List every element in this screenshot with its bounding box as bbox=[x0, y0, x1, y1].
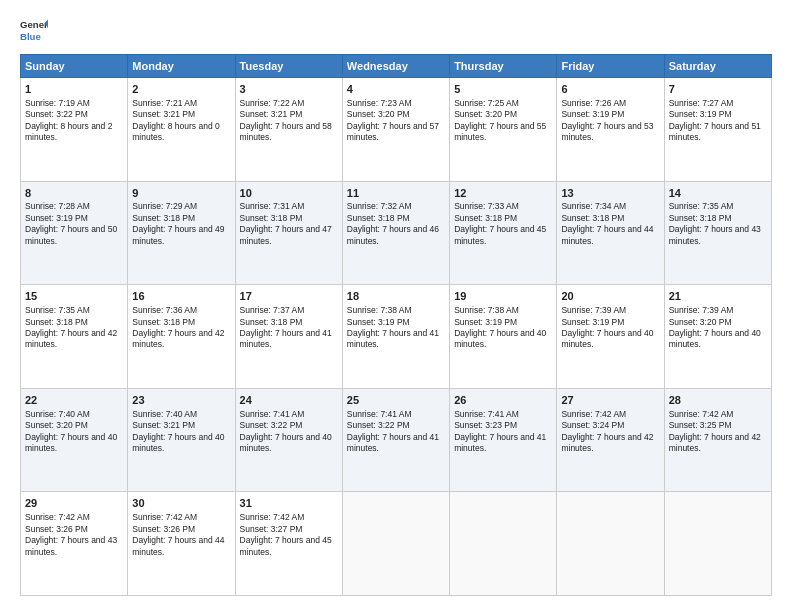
sunset-text: Sunset: 3:20 PM bbox=[25, 420, 88, 430]
daylight-text: Daylight: 7 hours and 42 minutes. bbox=[561, 432, 653, 453]
daylight-text: Daylight: 7 hours and 43 minutes. bbox=[669, 224, 761, 245]
daylight-text: Daylight: 7 hours and 45 minutes. bbox=[454, 224, 546, 245]
calendar-cell: 20Sunrise: 7:39 AMSunset: 3:19 PMDayligh… bbox=[557, 285, 664, 389]
sunrise-text: Sunrise: 7:31 AM bbox=[240, 201, 305, 211]
day-number: 24 bbox=[240, 393, 338, 408]
sunrise-text: Sunrise: 7:36 AM bbox=[132, 305, 197, 315]
day-number: 18 bbox=[347, 289, 445, 304]
weekday-header-cell: Sunday bbox=[21, 55, 128, 78]
calendar-cell: 28Sunrise: 7:42 AMSunset: 3:25 PMDayligh… bbox=[664, 388, 771, 492]
sunset-text: Sunset: 3:18 PM bbox=[240, 317, 303, 327]
sunrise-text: Sunrise: 7:26 AM bbox=[561, 98, 626, 108]
daylight-text: Daylight: 7 hours and 40 minutes. bbox=[25, 432, 117, 453]
sunset-text: Sunset: 3:19 PM bbox=[25, 213, 88, 223]
sunrise-text: Sunrise: 7:42 AM bbox=[132, 512, 197, 522]
calendar-table: SundayMondayTuesdayWednesdayThursdayFrid… bbox=[20, 54, 772, 596]
daylight-text: Daylight: 7 hours and 58 minutes. bbox=[240, 121, 332, 142]
day-number: 25 bbox=[347, 393, 445, 408]
sunrise-text: Sunrise: 7:21 AM bbox=[132, 98, 197, 108]
calendar-week-row: 29Sunrise: 7:42 AMSunset: 3:26 PMDayligh… bbox=[21, 492, 772, 596]
day-number: 23 bbox=[132, 393, 230, 408]
daylight-text: Daylight: 7 hours and 47 minutes. bbox=[240, 224, 332, 245]
calendar-cell: 25Sunrise: 7:41 AMSunset: 3:22 PMDayligh… bbox=[342, 388, 449, 492]
calendar-body: 1Sunrise: 7:19 AMSunset: 3:22 PMDaylight… bbox=[21, 78, 772, 596]
calendar-cell: 9Sunrise: 7:29 AMSunset: 3:18 PMDaylight… bbox=[128, 181, 235, 285]
calendar-cell bbox=[450, 492, 557, 596]
sunset-text: Sunset: 3:25 PM bbox=[669, 420, 732, 430]
calendar-cell: 2Sunrise: 7:21 AMSunset: 3:21 PMDaylight… bbox=[128, 78, 235, 182]
calendar-week-row: 8Sunrise: 7:28 AMSunset: 3:19 PMDaylight… bbox=[21, 181, 772, 285]
sunrise-text: Sunrise: 7:23 AM bbox=[347, 98, 412, 108]
day-number: 10 bbox=[240, 186, 338, 201]
sunrise-text: Sunrise: 7:42 AM bbox=[669, 409, 734, 419]
sunset-text: Sunset: 3:18 PM bbox=[132, 317, 195, 327]
sunrise-text: Sunrise: 7:39 AM bbox=[561, 305, 626, 315]
calendar-cell bbox=[557, 492, 664, 596]
calendar-cell: 13Sunrise: 7:34 AMSunset: 3:18 PMDayligh… bbox=[557, 181, 664, 285]
weekday-header-row: SundayMondayTuesdayWednesdayThursdayFrid… bbox=[21, 55, 772, 78]
svg-text:Blue: Blue bbox=[20, 31, 41, 42]
day-number: 26 bbox=[454, 393, 552, 408]
calendar-cell: 18Sunrise: 7:38 AMSunset: 3:19 PMDayligh… bbox=[342, 285, 449, 389]
sunrise-text: Sunrise: 7:42 AM bbox=[561, 409, 626, 419]
daylight-text: Daylight: 8 hours and 0 minutes. bbox=[132, 121, 219, 142]
sunset-text: Sunset: 3:21 PM bbox=[132, 420, 195, 430]
sunset-text: Sunset: 3:19 PM bbox=[347, 317, 410, 327]
daylight-text: Daylight: 7 hours and 50 minutes. bbox=[25, 224, 117, 245]
calendar-cell: 16Sunrise: 7:36 AMSunset: 3:18 PMDayligh… bbox=[128, 285, 235, 389]
calendar-cell bbox=[664, 492, 771, 596]
calendar-cell: 24Sunrise: 7:41 AMSunset: 3:22 PMDayligh… bbox=[235, 388, 342, 492]
calendar-cell: 26Sunrise: 7:41 AMSunset: 3:23 PMDayligh… bbox=[450, 388, 557, 492]
sunrise-text: Sunrise: 7:42 AM bbox=[240, 512, 305, 522]
weekday-header-cell: Friday bbox=[557, 55, 664, 78]
weekday-header-cell: Saturday bbox=[664, 55, 771, 78]
daylight-text: Daylight: 7 hours and 43 minutes. bbox=[25, 535, 117, 556]
calendar-cell: 10Sunrise: 7:31 AMSunset: 3:18 PMDayligh… bbox=[235, 181, 342, 285]
sunrise-text: Sunrise: 7:28 AM bbox=[25, 201, 90, 211]
day-number: 8 bbox=[25, 186, 123, 201]
sunset-text: Sunset: 3:23 PM bbox=[454, 420, 517, 430]
weekday-header-cell: Wednesday bbox=[342, 55, 449, 78]
weekday-header-cell: Thursday bbox=[450, 55, 557, 78]
day-number: 29 bbox=[25, 496, 123, 511]
day-number: 20 bbox=[561, 289, 659, 304]
header: General Blue bbox=[20, 16, 772, 44]
daylight-text: Daylight: 7 hours and 41 minutes. bbox=[454, 432, 546, 453]
daylight-text: Daylight: 7 hours and 45 minutes. bbox=[240, 535, 332, 556]
day-number: 2 bbox=[132, 82, 230, 97]
sunrise-text: Sunrise: 7:29 AM bbox=[132, 201, 197, 211]
calendar-cell: 8Sunrise: 7:28 AMSunset: 3:19 PMDaylight… bbox=[21, 181, 128, 285]
weekday-header-cell: Monday bbox=[128, 55, 235, 78]
sunrise-text: Sunrise: 7:19 AM bbox=[25, 98, 90, 108]
day-number: 16 bbox=[132, 289, 230, 304]
sunrise-text: Sunrise: 7:22 AM bbox=[240, 98, 305, 108]
calendar-cell: 19Sunrise: 7:38 AMSunset: 3:19 PMDayligh… bbox=[450, 285, 557, 389]
day-number: 30 bbox=[132, 496, 230, 511]
daylight-text: Daylight: 7 hours and 44 minutes. bbox=[561, 224, 653, 245]
day-number: 22 bbox=[25, 393, 123, 408]
sunset-text: Sunset: 3:20 PM bbox=[454, 109, 517, 119]
calendar-cell: 1Sunrise: 7:19 AMSunset: 3:22 PMDaylight… bbox=[21, 78, 128, 182]
sunset-text: Sunset: 3:22 PM bbox=[240, 420, 303, 430]
calendar-cell: 29Sunrise: 7:42 AMSunset: 3:26 PMDayligh… bbox=[21, 492, 128, 596]
sunrise-text: Sunrise: 7:35 AM bbox=[669, 201, 734, 211]
sunrise-text: Sunrise: 7:37 AM bbox=[240, 305, 305, 315]
calendar-cell: 22Sunrise: 7:40 AMSunset: 3:20 PMDayligh… bbox=[21, 388, 128, 492]
day-number: 14 bbox=[669, 186, 767, 201]
calendar-cell: 27Sunrise: 7:42 AMSunset: 3:24 PMDayligh… bbox=[557, 388, 664, 492]
calendar-cell bbox=[342, 492, 449, 596]
sunrise-text: Sunrise: 7:33 AM bbox=[454, 201, 519, 211]
day-number: 12 bbox=[454, 186, 552, 201]
calendar-week-row: 15Sunrise: 7:35 AMSunset: 3:18 PMDayligh… bbox=[21, 285, 772, 389]
sunrise-text: Sunrise: 7:38 AM bbox=[347, 305, 412, 315]
sunset-text: Sunset: 3:20 PM bbox=[669, 317, 732, 327]
daylight-text: Daylight: 7 hours and 46 minutes. bbox=[347, 224, 439, 245]
sunset-text: Sunset: 3:18 PM bbox=[240, 213, 303, 223]
sunrise-text: Sunrise: 7:32 AM bbox=[347, 201, 412, 211]
calendar-cell: 15Sunrise: 7:35 AMSunset: 3:18 PMDayligh… bbox=[21, 285, 128, 389]
daylight-text: Daylight: 7 hours and 40 minutes. bbox=[561, 328, 653, 349]
day-number: 1 bbox=[25, 82, 123, 97]
day-number: 3 bbox=[240, 82, 338, 97]
day-number: 21 bbox=[669, 289, 767, 304]
calendar-cell: 17Sunrise: 7:37 AMSunset: 3:18 PMDayligh… bbox=[235, 285, 342, 389]
